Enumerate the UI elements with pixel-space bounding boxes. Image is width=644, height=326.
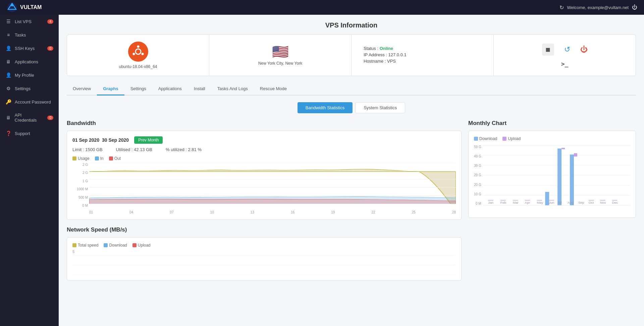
ssh-keys-badge: 0 bbox=[47, 46, 53, 51]
settings-icon: ⚙ bbox=[5, 86, 11, 91]
stop-button[interactable]: ■ bbox=[542, 44, 554, 56]
tab-applications[interactable]: Applications bbox=[152, 83, 188, 95]
api-credentials-badge: 0 bbox=[47, 116, 53, 120]
legend-out-label: Out bbox=[114, 156, 121, 161]
bandwidth-stats-button[interactable]: Bandwidth Statistics bbox=[298, 102, 353, 113]
legend-total-dot bbox=[72, 243, 76, 247]
legend-usage-label: Usage bbox=[78, 156, 90, 161]
legend-usage: Usage bbox=[72, 156, 90, 161]
console-button[interactable]: >_ bbox=[561, 60, 569, 67]
month-jan: Jan bbox=[488, 201, 493, 204]
tab-overview[interactable]: Overview bbox=[67, 83, 97, 95]
applications-icon: 🖥 bbox=[5, 59, 11, 64]
legend-out-dot bbox=[109, 156, 113, 160]
top-header: VULTAM ↻ Welcome, example@vultam.net ⏻ bbox=[0, 0, 644, 15]
status-label: Status : bbox=[364, 46, 378, 51]
legend-monthly-download-dot bbox=[474, 137, 478, 141]
month-may: May bbox=[537, 201, 543, 204]
legend-monthly-upload-dot bbox=[502, 137, 506, 141]
sidebar-item-tasks[interactable]: ≡ Tasks bbox=[0, 28, 59, 42]
tab-tasks-and-logs[interactable]: Tasks And Logs bbox=[211, 83, 254, 95]
tab-install[interactable]: Install bbox=[188, 83, 211, 95]
bw-pct: % utilized : 2.81 % bbox=[166, 147, 202, 152]
header-right: ↻ Welcome, example@vultam.net ⏻ bbox=[559, 4, 637, 11]
col-left: Bandwidth 01 Sep 2020 30 Sep 2020 Prev M… bbox=[67, 120, 462, 281]
sidebar-label-tasks: Tasks bbox=[15, 32, 26, 38]
month-nov: Nov bbox=[600, 201, 606, 204]
tasks-icon: ≡ bbox=[5, 32, 11, 38]
sidebar-item-ssh-keys[interactable]: 👤 SSH Keys 0 bbox=[0, 42, 59, 55]
chart-inner: 01 04 07 10 13 16 19 22 25 28 bbox=[89, 163, 456, 214]
hostname-label: Hostname : bbox=[364, 59, 386, 64]
sidebar-item-account-password[interactable]: 🔑 Account Password bbox=[0, 95, 59, 109]
vps-card-status: Status : Online IP Address : 127.0.0.1 H… bbox=[352, 35, 494, 76]
bandwidth-svg bbox=[89, 163, 456, 210]
sidebar-item-list-vps[interactable]: ☰ List VPS 4 bbox=[0, 15, 59, 28]
list-vps-icon: ☰ bbox=[5, 19, 11, 24]
sidebar-label-my-profile: My Profile bbox=[15, 73, 34, 78]
refresh-icon[interactable]: ↻ bbox=[559, 4, 564, 11]
svg-point-5 bbox=[137, 46, 139, 48]
legend-in-dot bbox=[95, 156, 99, 160]
sidebar-item-support[interactable]: ❓ Support bbox=[0, 127, 59, 140]
sidebar-label-support: Support bbox=[15, 131, 30, 136]
legend-monthly-download: Download bbox=[474, 136, 497, 141]
sidebar-item-settings[interactable]: ⚙ Settings bbox=[0, 82, 59, 95]
welcome-text: Welcome, example@vultam.net bbox=[567, 5, 629, 10]
status-info: Status : Online IP Address : 127.0.0.1 H… bbox=[358, 43, 487, 68]
monthly-chart-wrap: 59 G 49 G 39 G 29 G 20 G 10 G 0 M bbox=[474, 145, 630, 212]
tab-rescue-mode[interactable]: Rescue Mode bbox=[254, 83, 293, 95]
ubuntu-icon bbox=[128, 42, 148, 62]
stats-toggle: Bandwidth Statistics System Statistics bbox=[67, 102, 636, 113]
tab-graphs[interactable]: Graphs bbox=[97, 83, 124, 95]
status-value: Online bbox=[380, 46, 393, 51]
my-profile-icon: 👤 bbox=[5, 72, 11, 78]
sidebar-item-api-credentials[interactable]: 🖥 API Credentials 0 bbox=[0, 109, 59, 127]
power-button[interactable]: ⏻ bbox=[580, 45, 588, 54]
account-password-icon: 🔑 bbox=[5, 99, 11, 105]
month-jul: Jul bbox=[557, 201, 562, 204]
vps-card-os: ubuntu-18.04-x86_64 bbox=[67, 35, 209, 76]
bw-header: 01 Sep 2020 30 Sep 2020 Prev Month bbox=[72, 136, 456, 144]
legend-monthly-download-label: Download bbox=[479, 136, 497, 141]
sidebar-label-settings: Settings bbox=[15, 86, 31, 91]
legend-usage-dot bbox=[72, 156, 76, 160]
network-svg bbox=[72, 255, 456, 275]
tab-settings[interactable]: Settings bbox=[124, 83, 152, 95]
sidebar-item-applications[interactable]: 🖥 Applications bbox=[0, 55, 59, 68]
page-title: VPS Information bbox=[67, 21, 636, 29]
ssh-keys-icon: 👤 bbox=[5, 46, 11, 51]
legend-in-label: In bbox=[100, 156, 104, 161]
system-stats-button[interactable]: System Statistics bbox=[355, 102, 405, 113]
sidebar-label-list-vps: List VPS bbox=[15, 19, 32, 24]
sidebar-item-my-profile[interactable]: 👤 My Profile bbox=[0, 68, 59, 82]
network-legend: Total speed Download Upload bbox=[72, 243, 456, 248]
month-oct: Oct bbox=[588, 201, 594, 204]
two-col-layout: Bandwidth 01 Sep 2020 30 Sep 2020 Prev M… bbox=[67, 120, 636, 281]
legend-in: In bbox=[95, 156, 104, 161]
prev-month-button[interactable]: Prev Month bbox=[134, 136, 163, 144]
bar-sep-download bbox=[570, 154, 574, 205]
sidebar: ☰ List VPS 4 ≡ Tasks 👤 SSH Keys 0 🖥 Appl… bbox=[0, 15, 59, 326]
svg-point-2 bbox=[11, 4, 13, 6]
legend-monthly-upload-label: Upload bbox=[508, 136, 521, 141]
status-row: Status : Online bbox=[364, 46, 481, 51]
bandwidth-chart: 2 G 2 G 1 G 1000 M 500 M 0 M bbox=[72, 163, 456, 214]
list-vps-badge: 4 bbox=[47, 19, 53, 24]
sidebar-label-api-credentials: API Credentials bbox=[15, 113, 44, 123]
month-feb: Feb bbox=[500, 201, 506, 204]
ip-row: IP Address : 127.0.0.1 bbox=[364, 52, 481, 57]
month-jun: Jun bbox=[549, 201, 554, 204]
monthly-bar-svg: Jan Feb Mar Apr May Jun Jul Aug Sep Oct bbox=[483, 145, 630, 205]
x-axis: 01 04 07 10 13 16 19 22 25 28 bbox=[89, 210, 456, 214]
bandwidth-title: Bandwidth bbox=[67, 120, 462, 127]
main-layout: ☰ List VPS 4 ≡ Tasks 👤 SSH Keys 0 🖥 Appl… bbox=[0, 15, 644, 326]
ip-label: IP Address : bbox=[364, 52, 387, 57]
month-dec: Dec bbox=[612, 201, 618, 204]
restart-button[interactable]: ↺ bbox=[564, 45, 570, 54]
legend-total-label: Total speed bbox=[78, 243, 98, 248]
legend-monthly-upload: Upload bbox=[502, 136, 521, 141]
legend-download-label: Download bbox=[109, 243, 127, 248]
logout-icon[interactable]: ⏻ bbox=[632, 4, 637, 10]
network-y-label: 5 bbox=[72, 250, 456, 254]
